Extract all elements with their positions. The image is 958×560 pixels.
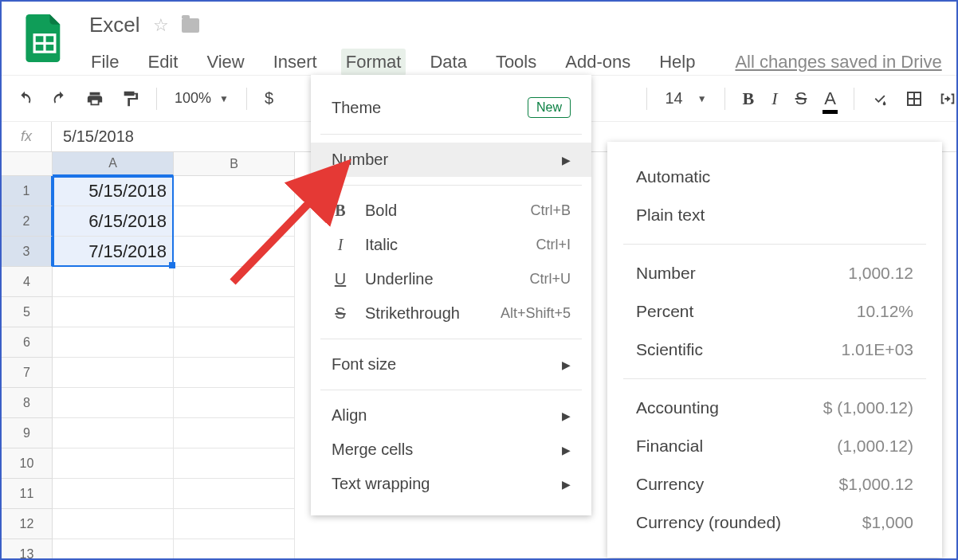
- number-financial[interactable]: Financial(1,000.12): [607, 427, 942, 465]
- save-status[interactable]: All changes saved in Drive: [735, 52, 941, 72]
- cell[interactable]: [53, 327, 174, 358]
- cell[interactable]: [53, 418, 174, 448]
- merge-button[interactable]: [939, 90, 956, 108]
- row-header[interactable]: 7: [2, 358, 53, 388]
- row-header[interactable]: 2: [2, 206, 53, 237]
- cell[interactable]: [53, 297, 174, 327]
- menu-insert[interactable]: Insert: [269, 49, 322, 76]
- cell[interactable]: [53, 358, 174, 388]
- cell[interactable]: [53, 448, 174, 479]
- submenu-arrow-icon: ▶: [562, 478, 571, 491]
- cell[interactable]: [174, 479, 295, 509]
- number-currency-rounded[interactable]: Currency (rounded)$1,000: [607, 503, 942, 542]
- select-all-corner[interactable]: [2, 152, 53, 176]
- doc-title[interactable]: Excel: [89, 13, 140, 37]
- cell[interactable]: [53, 509, 174, 539]
- menubar: File Edit View Insert Format Data Tools …: [86, 42, 942, 76]
- cell[interactable]: [174, 418, 295, 448]
- menu-data[interactable]: Data: [425, 49, 471, 76]
- format-number-label: Number: [332, 151, 388, 169]
- redo-icon[interactable]: [51, 90, 69, 108]
- number-currency[interactable]: Currency$1,000.12: [607, 465, 942, 503]
- bold-button[interactable]: B: [743, 88, 755, 109]
- label: Currency (rounded): [636, 513, 781, 532]
- cell[interactable]: [174, 539, 295, 560]
- format-strike[interactable]: SStrikethrough Alt+Shift+5: [311, 296, 591, 331]
- undo-icon[interactable]: [16, 90, 33, 108]
- print-icon[interactable]: [86, 90, 104, 108]
- cell[interactable]: [174, 297, 295, 327]
- italic-button[interactable]: I: [772, 88, 777, 109]
- cell[interactable]: [53, 388, 174, 418]
- separator: [854, 88, 854, 110]
- format-underline[interactable]: UUnderline Ctrl+U: [311, 262, 591, 296]
- format-merge[interactable]: Merge cells ▶: [311, 433, 591, 467]
- row-header[interactable]: 3: [2, 237, 53, 267]
- submenu-arrow-icon: ▶: [562, 409, 571, 422]
- cell[interactable]: [174, 327, 295, 358]
- format-fontsize-label: Font size: [332, 355, 396, 374]
- cell[interactable]: [174, 267, 295, 297]
- submenu-arrow-icon: ▶: [562, 154, 571, 166]
- row-header[interactable]: 9: [2, 418, 53, 448]
- cell-A2[interactable]: 6/15/2018: [53, 206, 174, 237]
- number-accounting[interactable]: Accounting$ (1,000.12): [607, 389, 942, 427]
- cell-A3[interactable]: 7/15/2018: [53, 237, 174, 267]
- row-header[interactable]: 10: [2, 448, 53, 479]
- row-header[interactable]: 5: [2, 297, 53, 327]
- separator: [156, 88, 157, 110]
- cell[interactable]: [174, 358, 295, 388]
- menu-format[interactable]: Format: [341, 49, 406, 76]
- folder-icon[interactable]: [182, 18, 199, 33]
- star-icon[interactable]: ☆: [153, 15, 169, 36]
- cell[interactable]: [174, 509, 295, 539]
- format-wrap[interactable]: Text wrapping ▶: [311, 467, 591, 501]
- menu-file[interactable]: File: [86, 49, 124, 76]
- strike-button[interactable]: S: [795, 88, 807, 109]
- number-percent[interactable]: Percent10.12%: [607, 292, 942, 331]
- cell[interactable]: [174, 388, 295, 418]
- cell-B3[interactable]: [174, 237, 295, 267]
- underline-icon: U: [332, 270, 349, 288]
- format-number[interactable]: Number ▶: [311, 143, 591, 177]
- cell[interactable]: [174, 448, 295, 479]
- number-automatic[interactable]: Automatic: [607, 158, 942, 196]
- row-header[interactable]: 6: [2, 327, 53, 358]
- formula-value[interactable]: 5/15/2018: [52, 127, 134, 146]
- cell[interactable]: [53, 267, 174, 297]
- currency-format-button[interactable]: $: [265, 89, 273, 108]
- cell-B2[interactable]: [174, 206, 295, 237]
- menu-view[interactable]: View: [202, 49, 249, 76]
- fill-color-button[interactable]: [872, 90, 889, 108]
- cell[interactable]: [53, 479, 174, 509]
- format-bold[interactable]: BBold Ctrl+B: [311, 194, 591, 228]
- col-header-B[interactable]: B: [174, 152, 295, 176]
- row-header[interactable]: 11: [2, 479, 53, 509]
- format-theme[interactable]: Theme New: [311, 89, 591, 126]
- format-fontsize[interactable]: Font size ▶: [311, 347, 591, 382]
- cell-A1[interactable]: 5/15/2018: [53, 176, 174, 206]
- cell[interactable]: [53, 539, 174, 560]
- format-italic[interactable]: IItalic Ctrl+I: [311, 228, 591, 262]
- number-number[interactable]: Number1,000.12: [607, 254, 942, 292]
- col-header-A[interactable]: A: [53, 152, 174, 176]
- menu-addons[interactable]: Add-ons: [560, 49, 635, 76]
- menu-help[interactable]: Help: [654, 49, 700, 76]
- strike-icon: S: [332, 304, 349, 323]
- menu-edit[interactable]: Edit: [143, 49, 183, 76]
- menu-tools[interactable]: Tools: [491, 49, 541, 76]
- fontsize-select[interactable]: 14▼: [665, 89, 706, 108]
- borders-button[interactable]: [907, 92, 921, 106]
- number-scientific[interactable]: Scientific1.01E+03: [607, 331, 942, 369]
- format-align[interactable]: Align ▶: [311, 398, 591, 433]
- paint-format-icon[interactable]: [121, 90, 139, 108]
- row-header[interactable]: 8: [2, 388, 53, 418]
- row-header[interactable]: 13: [2, 539, 53, 560]
- row-header[interactable]: 12: [2, 509, 53, 539]
- row-header[interactable]: 4: [2, 267, 53, 297]
- cell-B1[interactable]: [174, 176, 295, 206]
- row-header[interactable]: 1: [2, 176, 53, 206]
- zoom-select[interactable]: 100%▼: [175, 90, 229, 107]
- text-color-button[interactable]: A: [824, 88, 836, 109]
- number-plaintext[interactable]: Plain text: [607, 196, 942, 234]
